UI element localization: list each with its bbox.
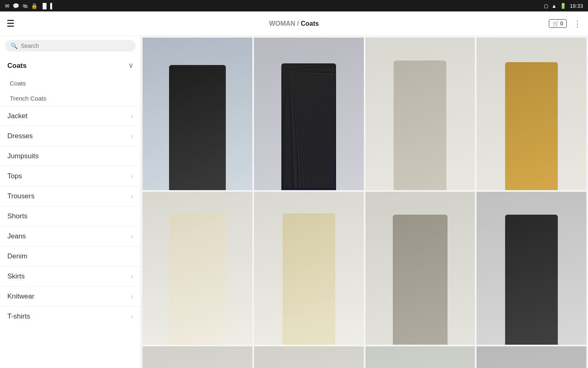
status-bar-right: ◻ ▲ 🔋 18:33 [544,3,583,9]
bag-icon: 🛍 [22,3,28,9]
sidebar-item-jeans[interactable]: Jeans › [0,226,140,246]
main-container: 🔍 Coats ∨ Coats Trench Coats Jacket › Dr… [0,36,588,368]
chevron-right-icon: › [131,132,133,140]
more-options-button[interactable]: ⋮ [573,19,581,29]
chevron-down-icon: ∨ [128,61,133,70]
nav-category: WOMAN / [269,20,301,27]
product-item[interactable] [143,346,252,368]
product-grid [143,38,586,368]
product-item[interactable] [365,192,475,344]
dresses-label: Dresses [7,132,33,140]
search-input[interactable] [21,43,130,49]
sidebar-item-tops[interactable]: Tops › [0,166,140,186]
chevron-right-icon: › [131,112,133,120]
sidebar-item-denim[interactable]: Denim [0,246,140,266]
sidebar-item-dresses[interactable]: Dresses › [0,126,140,146]
sidebar-item-knitwear[interactable]: Knitwear › [0,286,140,306]
product-item[interactable] [254,38,364,190]
product-item[interactable] [477,38,586,190]
sim-icon: ◻ [544,3,548,9]
cart-icon: 🛒 [552,20,559,27]
barcode-icon: ▐▌▐ [41,3,52,9]
denim-label: Denim [7,252,27,260]
chevron-right-icon: › [131,233,133,240]
sidebar-item-trousers[interactable]: Trousers › [0,186,140,206]
product-item[interactable] [254,192,364,344]
cart-button[interactable]: 🛒 0 [549,19,567,28]
knitwear-label: Knitwear [7,292,34,301]
jumpsuits-label: Jumpsuits [7,152,39,160]
nav-actions: 🛒 0 ⋮ [549,19,581,29]
sidebar-item-jumpsuits[interactable]: Jumpsuits [0,146,140,166]
shorts-label: Shorts [7,212,27,220]
lock-icon: 🔒 [31,3,38,9]
hamburger-button[interactable]: ☰ [7,18,15,29]
search-icon: 🔍 [11,43,18,49]
top-nav: ☰ WOMAN / Coats 🛒 0 ⋮ [0,11,588,36]
sidebar: 🔍 Coats ∨ Coats Trench Coats Jacket › Dr… [0,36,141,368]
status-bar: ✉ 💬 🛍 🔒 ▐▌▐ ◻ ▲ 🔋 18:33 [0,0,588,11]
wifi-icon: ▲ [552,3,557,9]
time-display: 18:33 [570,3,583,9]
product-item[interactable] [365,38,475,190]
sidebar-item-shorts[interactable]: Shorts [0,206,140,226]
product-item[interactable] [143,38,252,190]
product-item[interactable] [143,192,252,344]
sidebar-item-tshirts[interactable]: T-shirts › [0,306,140,326]
message-icon: 💬 [13,3,19,9]
jacket-label: Jacket [7,112,27,120]
skirts-label: Skirts [7,272,25,280]
product-item[interactable] [365,346,475,368]
chevron-right-icon: › [131,293,133,300]
chevron-right-icon: › [131,313,133,320]
product-item[interactable] [254,346,364,368]
trousers-label: Trousers [7,192,34,200]
chevron-right-icon: › [131,273,133,280]
tops-label: Tops [7,172,22,180]
product-item[interactable] [477,346,586,368]
sidebar-item-trench-coats[interactable]: Trench Coats [0,91,140,106]
search-bar: 🔍 [5,40,136,52]
chevron-right-icon: › [131,173,133,180]
battery-icon: 🔋 [560,3,566,9]
coats-label: Coats [7,62,27,70]
mail-icon: ✉ [5,3,9,9]
sidebar-item-coats-coats[interactable]: Coats [0,76,140,91]
chevron-right-icon: › [131,193,133,200]
sidebar-item-jacket[interactable]: Jacket › [0,106,140,126]
product-grid-container [141,36,588,368]
jeans-label: Jeans [7,232,26,240]
product-item[interactable] [477,192,586,344]
tshirts-label: T-shirts [7,312,30,321]
status-bar-left: ✉ 💬 🛍 🔒 ▐▌▐ [5,3,52,9]
cart-count: 0 [560,21,563,27]
nav-breadcrumb: WOMAN / Coats [269,20,319,27]
sidebar-item-skirts[interactable]: Skirts › [0,266,140,286]
coats-sub-items: Coats Trench Coats [0,76,140,106]
nav-page-title: Coats [301,20,318,27]
sidebar-item-coats[interactable]: Coats ∨ [0,56,140,76]
